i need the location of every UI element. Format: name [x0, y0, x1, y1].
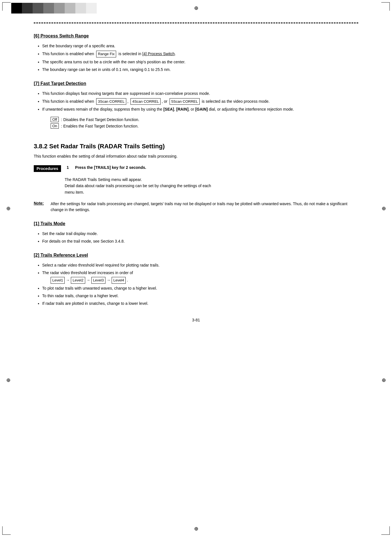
- header-square-8: [86, 3, 97, 14]
- page-number: 3-81: [34, 318, 358, 322]
- list-item: To thin radar trails, change to a higher…: [42, 293, 358, 299]
- corner-mark-tr: [381, 2, 390, 11]
- crosshair-top: ⊕: [194, 5, 198, 11]
- list-item: Set the radar trail display mode.: [42, 231, 358, 237]
- list-item: If radar trails are plotted in snatches,…: [42, 301, 358, 306]
- list-item: The specific area turns out to be a circ…: [42, 59, 358, 65]
- list-item: This function is enabled when Range Fix …: [42, 51, 358, 57]
- list-item: This function displays fast moving targe…: [42, 91, 358, 97]
- process-switch-link: [4] Process Switch: [142, 52, 175, 56]
- header-square-2: [22, 3, 33, 14]
- range-fix-box: Range Fix: [96, 51, 116, 57]
- header-bar: [11, 3, 97, 14]
- step-1-number: 1: [67, 165, 75, 170]
- section-trails-ref: [2] Trails Reference Level Select a rada…: [34, 253, 358, 306]
- section-7-title: [7] Fast Target Detection: [34, 81, 358, 86]
- on-row: On : Enables the Fast Target Detection f…: [51, 123, 358, 129]
- step-1-description: The RADAR Trails Setting menu will appea…: [65, 176, 358, 195]
- note-section: Note: After the settings for radar trail…: [34, 201, 358, 213]
- off-box: Off: [51, 117, 59, 122]
- dashed-separator: [34, 23, 358, 23]
- procedure-row-1: Procedures 1 Press the [TRAILS] key for …: [34, 165, 358, 172]
- level2-box: Level2: [71, 277, 85, 284]
- step-1-text: Press the [TRAILS] key for 2 seconds.: [75, 165, 146, 170]
- step-desc-line-2: Detail data about radar trails processin…: [65, 183, 358, 189]
- page-container: ⊕ ⊕ ⊕ ⊕ ⊕ ⊕ [6] Process Sw: [0, 0, 392, 537]
- step-desc-line-1: The RADAR Trails Setting menu will appea…: [65, 176, 358, 183]
- crosshair-bottom: ⊕: [194, 526, 198, 532]
- header-square-1: [11, 3, 22, 14]
- level4-box: Level4: [112, 277, 126, 284]
- header-square-6: [65, 3, 75, 14]
- on-description: : Enables the Fast Target Detection func…: [61, 124, 138, 128]
- section-6-list: Set the boundary range of a specific are…: [42, 43, 358, 73]
- level3-box: Level3: [91, 277, 105, 284]
- section-trails-mode: [1] Trails Mode Set the radar trail disp…: [34, 221, 358, 244]
- crosshair-left-1: ⊕: [6, 205, 10, 212]
- level-row: Level1 → Level2 → Level3 → Level4 .: [51, 277, 358, 284]
- scan-box-2: 4Scan CORREL: [130, 98, 161, 105]
- corner-mark-tl: [2, 2, 11, 11]
- section-7: [7] Fast Target Detection This function …: [34, 81, 358, 129]
- section-7-list: This function displays fast moving targe…: [42, 91, 358, 113]
- list-item: To plot radar trails with unwanted waves…: [42, 285, 358, 291]
- crosshair-right-1: ⊕: [382, 205, 386, 212]
- list-item: This function is enabled when 3Scan CORR…: [42, 98, 358, 105]
- section-382-title: 3.8.2 Set Radar Trails (RADAR Trails Set…: [34, 143, 358, 150]
- procedures-badge: Procedures: [34, 165, 61, 172]
- corner-mark-bl: [2, 526, 11, 535]
- list-item: The radar video threshold level increase…: [42, 270, 358, 284]
- header-squares: [11, 3, 97, 14]
- trails-ref-list: Select a radar video threshold level req…: [42, 262, 358, 306]
- section-382: 3.8.2 Set Radar Trails (RADAR Trails Set…: [34, 143, 358, 213]
- note-label: Note:: [34, 201, 48, 205]
- section-6: [6] Process Switch Range Set the boundar…: [34, 33, 358, 73]
- trails-ref-title: [2] Trails Reference Level: [34, 253, 358, 258]
- main-content: [6] Process Switch Range Set the boundar…: [0, 0, 392, 345]
- list-item: Select a radar video threshold level req…: [42, 262, 358, 268]
- step-desc-line-3: menu item.: [65, 189, 358, 195]
- scan-box-1: 3Scan CORREL: [96, 98, 126, 105]
- header-square-3: [33, 3, 43, 14]
- off-row: Off : Disables the Fast Target Detection…: [51, 117, 358, 122]
- corner-mark-br: [381, 526, 390, 535]
- list-item: Set the boundary range of a specific are…: [42, 43, 358, 49]
- list-item: If unwanted waves remain of the display,…: [42, 106, 358, 112]
- level1-box: Level1: [51, 277, 65, 284]
- header-square-5: [54, 3, 65, 14]
- section-382-description: This function enables the setting of det…: [34, 154, 358, 158]
- trails-mode-list: Set the radar trail display mode. For de…: [42, 231, 358, 244]
- list-item: The boundary range can be set in units o…: [42, 67, 358, 73]
- crosshair-left-2: ⊕: [6, 377, 10, 383]
- off-description: : Disables the Fast Target Detection fun…: [61, 117, 139, 122]
- note-text: After the settings for radar trails proc…: [51, 201, 358, 213]
- header-square-7: [75, 3, 86, 14]
- list-item: For details on the trail mode, see Secti…: [42, 238, 358, 244]
- scan-box-3: 5Scan CORREL: [170, 98, 200, 105]
- trails-mode-title: [1] Trails Mode: [34, 221, 358, 226]
- crosshair-right-2: ⊕: [382, 377, 386, 383]
- header-square-4: [43, 3, 54, 14]
- section-6-title: [6] Process Switch Range: [34, 33, 358, 39]
- off-on-section: Off : Disables the Fast Target Detection…: [51, 117, 358, 129]
- on-box: On: [51, 123, 59, 129]
